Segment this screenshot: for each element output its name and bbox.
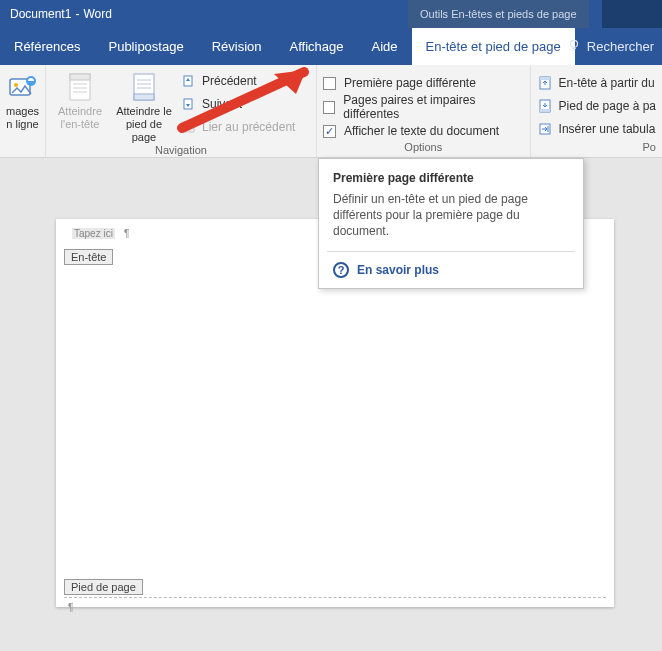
group-navigation: Atteindre l'en-tête Atteindre le pied de… xyxy=(46,65,317,157)
svg-rect-19 xyxy=(540,77,550,80)
pilcrow-icon: ¶ xyxy=(68,602,73,613)
insert-tab-icon xyxy=(537,121,553,137)
footer-from-bottom-button[interactable]: Pied de page à pa xyxy=(537,96,656,116)
tab-review[interactable]: Révision xyxy=(198,28,276,65)
title-bar: Document1 - Word Outils En-têtes et pied… xyxy=(0,0,662,28)
online-images-label: mages n ligne xyxy=(6,105,39,131)
goto-header-icon xyxy=(64,71,96,103)
arrow-up-icon xyxy=(180,73,196,89)
header-from-top-button[interactable]: En-tête à partir du xyxy=(537,73,656,93)
lightbulb-icon xyxy=(567,38,581,55)
header-placeholder: Tapez ici xyxy=(72,228,115,239)
next-label: Suivant xyxy=(202,97,242,111)
title-sep: - xyxy=(75,7,79,21)
group-label-options: Options xyxy=(323,141,524,155)
insert-tab-label: Insérer une tabula xyxy=(559,122,656,136)
tab-references[interactable]: Références xyxy=(0,28,94,65)
app-name: Word xyxy=(83,7,111,21)
footer-position-icon xyxy=(537,98,553,114)
contextual-tab-label: Outils En-têtes et pieds de page xyxy=(408,0,589,28)
group-options: Première page différente Pages paires et… xyxy=(317,65,531,157)
link-previous-label: Lier au précédent xyxy=(202,120,295,134)
different-first-page-checkbox[interactable]: Première page différente xyxy=(323,73,524,93)
footer-tag: Pied de page xyxy=(64,579,143,595)
link-previous-icon xyxy=(180,119,196,135)
goto-footer-label: Atteindre le pied de page xyxy=(116,105,172,144)
svg-rect-21 xyxy=(540,109,550,112)
doc-name: Document1 xyxy=(10,7,71,21)
footer-from-bottom-label: Pied de page à pa xyxy=(559,99,656,113)
screentip-body: Définir un en-tête et un pied de page di… xyxy=(319,191,583,251)
group-label-navigation: Navigation xyxy=(52,144,310,158)
learn-more-label: En savoir plus xyxy=(357,263,439,277)
search-label: Rechercher xyxy=(587,39,654,54)
link-to-previous-button[interactable]: Lier au précédent xyxy=(180,117,310,137)
different-first-page-label: Première page différente xyxy=(344,76,476,90)
ribbon: mages n ligne Atteindre l'en-tête Attein… xyxy=(0,65,662,158)
screentip: Première page différente Définir un en-t… xyxy=(318,158,584,289)
tab-header-footer[interactable]: En-tête et pied de page xyxy=(412,28,575,65)
ribbon-tab-bar: Références Publipostage Révision Afficha… xyxy=(0,28,662,65)
tab-mailings[interactable]: Publipostage xyxy=(94,28,197,65)
svg-point-2 xyxy=(14,83,18,87)
show-doc-text-label: Afficher le texte du document xyxy=(344,124,499,138)
svg-rect-17 xyxy=(189,122,194,132)
tab-view[interactable]: Affichage xyxy=(276,28,358,65)
goto-footer-icon xyxy=(128,71,160,103)
header-from-top-label: En-tête à partir du xyxy=(559,76,655,90)
tab-help[interactable]: Aide xyxy=(357,28,411,65)
account-button[interactable] xyxy=(602,0,662,28)
header-tag: En-tête xyxy=(64,249,113,265)
goto-header-label: Atteindre l'en-tête xyxy=(52,105,108,131)
svg-point-0 xyxy=(570,40,577,47)
group-label-position: Po xyxy=(537,141,656,155)
different-odd-even-checkbox[interactable]: Pages paires et impaires différentes xyxy=(323,97,524,117)
show-doc-text-checkbox[interactable]: ✓ Afficher le texte du document xyxy=(323,121,524,141)
group-position: En-tête à partir du Pied de page à pa In… xyxy=(531,65,662,157)
svg-rect-5 xyxy=(70,74,90,80)
online-images-icon xyxy=(7,71,39,103)
svg-rect-16 xyxy=(182,122,187,132)
next-section-button[interactable]: Suivant xyxy=(180,94,310,114)
checkbox-icon xyxy=(323,77,336,90)
document-title: Document1 - Word xyxy=(0,7,112,21)
previous-section-button[interactable]: Précédent xyxy=(180,71,310,91)
different-odd-even-label: Pages paires et impaires différentes xyxy=(343,93,523,121)
header-position-icon xyxy=(537,75,553,91)
checkbox-checked-icon: ✓ xyxy=(323,125,336,138)
goto-header-button[interactable]: Atteindre l'en-tête xyxy=(52,69,108,144)
svg-rect-10 xyxy=(134,94,154,100)
goto-footer-button[interactable]: Atteindre le pied de page xyxy=(116,69,172,144)
previous-label: Précédent xyxy=(202,74,257,88)
insert-alignment-tab-button[interactable]: Insérer une tabula xyxy=(537,119,656,139)
checkbox-icon xyxy=(323,101,335,114)
help-icon: ? xyxy=(333,262,349,278)
pilcrow-icon: ¶ xyxy=(124,228,129,239)
group-label-insert xyxy=(6,153,39,155)
learn-more-link[interactable]: ? En savoir plus xyxy=(319,252,583,288)
arrow-down-icon xyxy=(180,96,196,112)
screentip-title: Première page différente xyxy=(319,159,583,191)
footer-boundary-line xyxy=(64,597,606,598)
online-images-button[interactable]: mages n ligne xyxy=(6,69,39,131)
tell-me-search[interactable]: Rechercher xyxy=(567,28,654,65)
group-insert-partial: mages n ligne xyxy=(0,65,46,157)
